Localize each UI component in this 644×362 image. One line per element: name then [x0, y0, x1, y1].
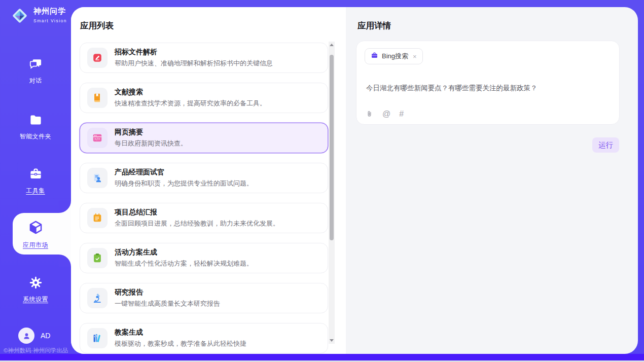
tool-tag-bing-search[interactable]: Bing搜索 × — [365, 48, 423, 64]
close-icon[interactable]: × — [413, 53, 417, 60]
app-card-tender-analysis[interactable]: 招标文件解析 帮助用户快速、准确地理解和解析招标书中的关键信息 — [80, 43, 328, 73]
lesson-plan-icon — [87, 328, 108, 348]
sidebar-item-label: 应用市场 — [0, 241, 71, 249]
scrollbar-thumb[interactable] — [330, 55, 334, 240]
input-toolbar: @ # — [365, 110, 404, 118]
app-card-name: 文献搜索 — [115, 88, 266, 97]
app-card-description: 快速精准查找学术资源，提高研究效率的必备工具。 — [115, 99, 266, 108]
app-card-description: 模板驱动，教案秒成，教学准备从此轻松快捷 — [115, 339, 246, 348]
app-list-panel: 应用列表 招标文件解析 帮助用户快速、准确地理解和解析招标书中的关键信息 文献搜… — [71, 7, 346, 354]
sidebar-item-label: 系统设置 — [0, 295, 71, 304]
sidebar-item-label: 工具集 — [0, 187, 71, 195]
sidebar-item-chat[interactable]: 对话 — [0, 57, 71, 85]
app-card-activity-plan[interactable]: 活动方案生成 智能生成个性化活动方案，轻松解决规划难题。 — [80, 243, 328, 273]
app-card-description: 全面回顾项目进展，总结经验教训，助力未来优化发展。 — [115, 219, 279, 228]
app-card-literature-search[interactable]: 文献搜索 快速精准查找学术资源，提高研究效率的必备工具。 — [80, 83, 328, 113]
app-card-description: 一键智能生成高质量长文本研究报告 — [115, 299, 220, 308]
query-input[interactable]: 今日湖北有哪些新闻要点？有哪些需要关注的最新政策？ — [366, 84, 609, 93]
active-tab-curve-top — [59, 201, 71, 213]
tender-doc-icon — [87, 48, 108, 68]
scrollbar-down-arrow[interactable] — [329, 337, 335, 344]
sidebar-item-label: 对话 — [0, 77, 71, 85]
gear-icon — [29, 276, 43, 289]
literature-search-icon — [87, 88, 108, 108]
app-list-title: 应用列表 — [80, 20, 114, 31]
app-card-name: 项目总结汇报 — [115, 208, 279, 217]
app-card-name: 教案生成 — [115, 328, 246, 337]
briefcase-icon — [371, 52, 378, 61]
sidebar-item-settings[interactable]: 系统设置 — [0, 276, 71, 304]
chat-icon — [29, 57, 43, 71]
run-button[interactable]: 运行 — [592, 137, 619, 153]
app-card-pm-interviewer[interactable]: 产品经理面试官 明确身份和职责，为您提供专业性的面试问题。 — [80, 163, 328, 193]
app-card-web-summary[interactable]: </> 网页摘要 每日政府新闻资讯快查。 — [80, 123, 328, 153]
app-detail-card: Bing搜索 × 今日湖北有哪些新闻要点？有哪些需要关注的最新政策？ @ # — [356, 41, 620, 125]
avatar[interactable] — [18, 328, 34, 344]
folder-icon — [29, 113, 43, 127]
active-tab-curve-bottom — [59, 255, 71, 267]
app-card-project-summary[interactable]: 项目总结汇报 全面回顾项目进展，总结经验教训，助力未来优化发展。 — [80, 203, 328, 233]
sidebar-item-smart-folders[interactable]: 智能文件夹 — [0, 113, 71, 141]
app-card-description: 智能生成个性化活动方案，轻松解决规划难题。 — [115, 259, 253, 268]
user-account[interactable]: AD — [18, 328, 50, 344]
sidebar-item-app-market[interactable]: 应用市场 — [0, 220, 71, 249]
sidebar-item-toolkit[interactable]: 工具集 — [0, 167, 71, 195]
app-detail-title: 应用详情 — [357, 20, 391, 31]
app-card-name: 招标文件解析 — [115, 48, 273, 57]
app-card-name: 产品经理面试官 — [115, 168, 253, 177]
brand-name-en: Smart Vision — [33, 18, 67, 23]
project-summary-icon — [87, 208, 108, 228]
interviewer-icon — [87, 168, 108, 188]
brand-diamond-icon — [10, 6, 29, 25]
user-label: AD — [41, 332, 50, 340]
copyright-text: ©神州数码·神州问学出品 — [4, 347, 68, 354]
sidebar-item-label: 智能文件夹 — [0, 132, 71, 141]
research-report-icon — [87, 288, 108, 308]
mention-icon[interactable]: @ — [382, 110, 390, 118]
app-list-scrollbar[interactable] — [329, 42, 335, 344]
app-card-description: 每日政府新闻资讯快查。 — [115, 139, 187, 148]
app-card-name: 研究报告 — [115, 288, 220, 297]
tool-tag-label: Bing搜索 — [382, 52, 408, 61]
app-card-name: 网页摘要 — [115, 128, 187, 137]
bottom-accent-strip — [0, 354, 644, 360]
toolbox-icon — [29, 167, 43, 181]
app-card-name: 活动方案生成 — [115, 248, 253, 257]
brand-logo: 神州问学 Smart Vision — [10, 6, 67, 25]
svg-text:</>: </> — [95, 137, 100, 140]
attachment-icon[interactable] — [365, 110, 374, 118]
scrollbar-up-arrow[interactable] — [329, 42, 335, 48]
app-card-description: 帮助用户快速、准确地理解和解析招标书中的关键信息 — [115, 59, 273, 68]
app-list: 招标文件解析 帮助用户快速、准确地理解和解析招标书中的关键信息 文献搜索 快速精… — [80, 43, 328, 353]
app-card-lesson-plan[interactable]: 教案生成 模板驱动，教案秒成，教学准备从此轻松快捷 — [80, 323, 328, 353]
app-card-research-report[interactable]: 研究报告 一键智能生成高质量长文本研究报告 — [80, 283, 328, 313]
activity-plan-icon — [87, 248, 108, 268]
main-container: 应用列表 招标文件解析 帮助用户快速、准确地理解和解析招标书中的关键信息 文献搜… — [71, 7, 638, 354]
hash-icon[interactable]: # — [399, 110, 404, 118]
app-card-description: 明确身份和职责，为您提供专业性的面试问题。 — [115, 179, 253, 188]
brand-name-cn: 神州问学 — [33, 7, 66, 15]
cube-icon — [28, 220, 44, 235]
web-summary-icon: </> — [87, 128, 108, 148]
